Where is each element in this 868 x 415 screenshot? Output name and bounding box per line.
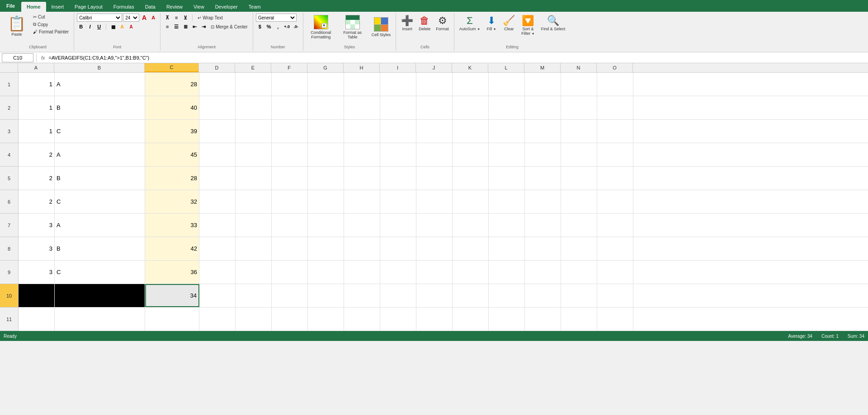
format-painter-button[interactable]: 🖌 Format Painter [31, 28, 71, 35]
align-left-button[interactable]: ≡ [163, 23, 171, 31]
cell-l11[interactable] [489, 308, 525, 331]
cell-c7[interactable]: 33 [145, 214, 199, 237]
cell-i1[interactable] [380, 73, 416, 96]
cell-d7[interactable] [199, 214, 236, 237]
col-header-b[interactable]: B [54, 63, 145, 72]
row-header-1[interactable]: 1 [0, 73, 18, 96]
row-header-5[interactable]: 5 [0, 167, 18, 190]
col-header-k[interactable]: K [452, 63, 488, 72]
cell-f9[interactable] [272, 261, 308, 284]
cell-h7[interactable] [344, 214, 380, 237]
row-header-10[interactable]: 10 [0, 284, 18, 308]
cell-a7[interactable]: 3 [19, 214, 55, 237]
cell-f4[interactable] [272, 143, 308, 166]
cell-i5[interactable] [380, 167, 416, 190]
cell-i6[interactable] [380, 190, 416, 213]
cell-o3[interactable] [597, 120, 633, 143]
tab-formulas[interactable]: Formulas [108, 2, 140, 12]
cell-g11[interactable] [308, 308, 344, 331]
cell-n2[interactable] [561, 96, 597, 119]
delete-button[interactable]: 🗑 Delete [416, 14, 433, 33]
cell-h2[interactable] [344, 96, 380, 119]
cell-e2[interactable] [236, 96, 272, 119]
cell-n11[interactable] [561, 308, 597, 331]
cell-o6[interactable] [597, 190, 633, 213]
col-header-o[interactable]: O [597, 63, 633, 72]
cell-g2[interactable] [308, 96, 344, 119]
cut-button[interactable]: ✂ Cut [31, 14, 71, 20]
cell-d8[interactable] [199, 237, 236, 260]
cell-m6[interactable] [525, 190, 561, 213]
cell-j10[interactable] [416, 284, 453, 307]
cell-c10[interactable]: 34 [145, 284, 199, 307]
col-header-i[interactable]: I [380, 63, 416, 72]
insert-button[interactable]: ➕ Insert [399, 14, 415, 33]
cell-e11[interactable] [236, 308, 272, 331]
cell-b1[interactable]: A [55, 73, 145, 96]
cell-h9[interactable] [344, 261, 380, 284]
cell-j2[interactable] [416, 96, 453, 119]
cell-j11[interactable] [416, 308, 453, 331]
conditional-formatting-button[interactable]: ▼ Conditional Formatting [306, 14, 336, 41]
cell-g9[interactable] [308, 261, 344, 284]
cell-l9[interactable] [489, 261, 525, 284]
cell-l7[interactable] [489, 214, 525, 237]
corner-cell[interactable] [0, 63, 18, 72]
cell-o1[interactable] [597, 73, 633, 96]
cell-k3[interactable] [453, 120, 489, 143]
cell-j5[interactable] [416, 167, 453, 190]
row-header-7[interactable]: 7 [0, 214, 18, 237]
cell-i4[interactable] [380, 143, 416, 166]
wrap-text-button[interactable]: ↵ Wrap Text [195, 14, 225, 22]
cell-k7[interactable] [453, 214, 489, 237]
decrease-font-button[interactable]: A [149, 14, 157, 22]
increase-font-button[interactable]: A [140, 14, 148, 22]
format-button[interactable]: ⚙ Format [434, 14, 451, 33]
cell-m7[interactable] [525, 214, 561, 237]
cell-l8[interactable] [489, 237, 525, 260]
cell-c9[interactable]: 36 [145, 261, 199, 284]
cell-b3[interactable]: C [55, 120, 145, 143]
cell-g7[interactable] [308, 214, 344, 237]
cell-m5[interactable] [525, 167, 561, 190]
fill-button[interactable]: ⬇ Fill ▼ [484, 14, 499, 33]
cell-f8[interactable] [272, 237, 308, 260]
cell-d4[interactable] [199, 143, 236, 166]
cell-o9[interactable] [597, 261, 633, 284]
cell-n4[interactable] [561, 143, 597, 166]
row-header-3[interactable]: 3 [0, 120, 18, 143]
cell-c11[interactable] [145, 308, 199, 331]
cell-k4[interactable] [453, 143, 489, 166]
cell-k9[interactable] [453, 261, 489, 284]
italic-button[interactable]: I [86, 23, 94, 31]
cell-n3[interactable] [561, 120, 597, 143]
cell-g1[interactable] [308, 73, 344, 96]
cell-i11[interactable] [380, 308, 416, 331]
border-button[interactable]: ▦ [109, 23, 117, 31]
cell-f1[interactable] [272, 73, 308, 96]
row-header-11[interactable]: 11 [0, 308, 18, 331]
cell-l10[interactable] [489, 284, 525, 307]
col-header-m[interactable]: M [524, 63, 561, 72]
cell-f2[interactable] [272, 96, 308, 119]
decrease-indent-button[interactable]: ⇤ [190, 23, 198, 31]
cell-n1[interactable] [561, 73, 597, 96]
cell-m2[interactable] [525, 96, 561, 119]
col-header-n[interactable]: N [561, 63, 597, 72]
cell-h11[interactable] [344, 308, 380, 331]
cell-a1[interactable]: 1 [19, 73, 55, 96]
fill-color-button[interactable]: A [118, 23, 126, 31]
cell-n6[interactable] [561, 190, 597, 213]
cell-e6[interactable] [236, 190, 272, 213]
tab-review[interactable]: Review [161, 2, 188, 12]
col-header-e[interactable]: E [235, 63, 271, 72]
row-header-2[interactable]: 2 [0, 96, 18, 120]
cell-k6[interactable] [453, 190, 489, 213]
cell-l3[interactable] [489, 120, 525, 143]
cell-o4[interactable] [597, 143, 633, 166]
cell-b6[interactable]: C [55, 190, 145, 213]
cell-e8[interactable] [236, 237, 272, 260]
tab-home[interactable]: Home [21, 2, 46, 12]
cell-d2[interactable] [199, 96, 236, 119]
cell-h6[interactable] [344, 190, 380, 213]
